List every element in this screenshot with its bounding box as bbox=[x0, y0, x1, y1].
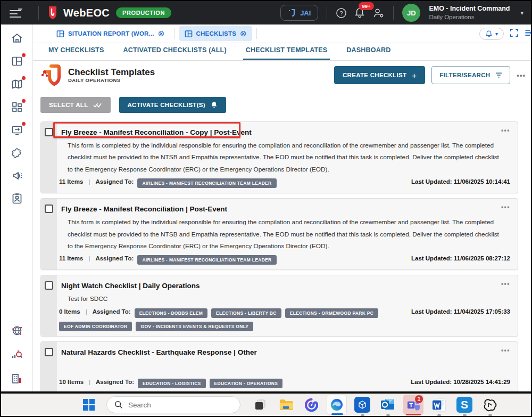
juvare-logo-icon bbox=[47, 6, 58, 20]
subtab-dashboard[interactable]: DASHBOARD bbox=[344, 46, 393, 60]
item-count: 0 Items bbox=[59, 308, 80, 315]
windows-taskbar: 1 S bbox=[1, 391, 531, 416]
user-avatar[interactable]: JD bbox=[402, 4, 420, 22]
assignment-badge: EOF ADMIN COORDINATOR bbox=[59, 322, 132, 331]
organization-icon[interactable] bbox=[11, 372, 23, 385]
activate-checklists-button[interactable]: ACTIVATE CHECKLIST(S) bbox=[119, 97, 226, 113]
incident-group: Daily Operations bbox=[429, 13, 510, 21]
start-button[interactable] bbox=[79, 395, 99, 415]
file-explorer-button[interactable] bbox=[276, 395, 296, 415]
create-checklist-button[interactable]: CREATE CHECKLIST + bbox=[334, 66, 425, 84]
running-indicator bbox=[361, 414, 364, 416]
search-input[interactable] bbox=[128, 401, 219, 409]
last-updated: Last Updated: 11/04/2025 17:05:33 bbox=[411, 308, 510, 315]
bell-icon bbox=[485, 30, 493, 38]
plugins-icon[interactable] bbox=[11, 146, 23, 159]
assignment-badge: EDUCATION - LOGISTICS bbox=[138, 379, 206, 388]
running-indicator bbox=[386, 414, 390, 416]
template-title: Fly Breeze - Manifest Reconciliation | P… bbox=[59, 203, 227, 214]
top-bar: WebEOC PRODUCTION JAI ? 99+ JD bbox=[1, 1, 531, 24]
divider: | bbox=[84, 308, 89, 315]
jai-icon bbox=[288, 9, 296, 17]
menu-icon[interactable] bbox=[10, 8, 21, 18]
boards-icon[interactable] bbox=[11, 55, 23, 68]
notification-count-badge: 99+ bbox=[359, 2, 373, 10]
divider: | bbox=[87, 255, 92, 261]
maps-icon[interactable] bbox=[11, 78, 23, 91]
template-description bbox=[68, 359, 505, 375]
close-tab-icon[interactable]: ⊗ bbox=[240, 29, 247, 38]
assigned-to-label: Assigned To: bbox=[96, 379, 134, 385]
assigned-to-label: Assigned To: bbox=[93, 308, 131, 315]
exercise-globe-icon[interactable] bbox=[11, 324, 23, 337]
announcements-icon[interactable] bbox=[11, 169, 23, 182]
template-card: Natural Hazards Checklist - Earthquake R… bbox=[40, 341, 518, 391]
board-list-icon[interactable] bbox=[525, 29, 531, 39]
outlook-button[interactable] bbox=[378, 395, 398, 415]
task-view-button[interactable] bbox=[250, 395, 270, 415]
templates-list: SELECT ALL ACTIVATE CHECKLIST(S) Fly Br bbox=[33, 89, 531, 391]
header-overflow-menu[interactable]: ••• bbox=[517, 71, 526, 79]
assignment-badge: ELECTIONS - DOBBS ELEM bbox=[135, 308, 207, 318]
edge-browser-button[interactable] bbox=[327, 395, 347, 415]
template-checkbox[interactable] bbox=[45, 205, 53, 213]
divider: | bbox=[87, 178, 92, 185]
fullscreen-icon[interactable] bbox=[510, 29, 518, 39]
user-context[interactable]: EMO - Incident Command Daily Operations bbox=[429, 5, 510, 21]
word-button[interactable] bbox=[429, 395, 449, 415]
chatgpt-button[interactable] bbox=[480, 395, 500, 415]
contacts-icon[interactable] bbox=[11, 192, 23, 205]
last-updated: Last Updated: 11/06/2025 10:14:41 bbox=[411, 178, 510, 185]
tab-checklists[interactable]: CHECKLISTS ⊗ bbox=[179, 26, 252, 41]
filter-search-button[interactable]: FILTER/SEARCH bbox=[431, 66, 510, 84]
tab-label: SITUATION REPORT (WOR... bbox=[68, 30, 154, 37]
snagit-button[interactable]: S bbox=[454, 395, 475, 415]
card-overflow-menu[interactable]: ••• bbox=[501, 203, 510, 211]
template-checkbox[interactable] bbox=[45, 348, 53, 356]
select-all-label: SELECT ALL bbox=[49, 102, 88, 108]
assigned-to-label: Assigned To: bbox=[95, 178, 134, 185]
assigned-to-label: Assigned To: bbox=[95, 255, 134, 261]
active-indicator bbox=[406, 414, 421, 415]
environment-badge: PRODUCTION bbox=[116, 7, 171, 18]
incident-name: EMO - Incident Command bbox=[429, 5, 510, 13]
assignment-badge: ELECTIONS - ORMEWOOD PARK PC bbox=[285, 308, 378, 318]
subtab-activated-checklists[interactable]: ACTIVATED CHECKLISTS (ALL) bbox=[120, 46, 229, 60]
close-tab-icon[interactable]: ⊗ bbox=[158, 29, 165, 38]
caret-down-icon: ▾ bbox=[495, 31, 498, 37]
select-all-button[interactable]: SELECT ALL bbox=[40, 97, 111, 113]
tab-notifications-dropdown[interactable]: ▾ bbox=[479, 28, 504, 40]
card-overflow-menu[interactable]: ••• bbox=[501, 280, 510, 288]
notifications-button[interactable]: 99+ bbox=[354, 7, 365, 19]
jai-button[interactable]: JAI bbox=[280, 5, 318, 21]
board-icon bbox=[56, 30, 64, 38]
search-icon bbox=[114, 400, 123, 409]
user-menu-caret-icon[interactable]: ▾ bbox=[520, 10, 523, 17]
app-cube-button[interactable] bbox=[352, 395, 372, 415]
template-checkbox[interactable] bbox=[45, 281, 53, 290]
search-analytics-icon[interactable] bbox=[11, 348, 23, 361]
filter-search-label: FILTER/SEARCH bbox=[439, 72, 490, 78]
display-icon[interactable] bbox=[11, 124, 23, 136]
divider bbox=[174, 28, 175, 39]
apps-icon[interactable] bbox=[11, 101, 23, 113]
user-admin-button[interactable] bbox=[372, 7, 385, 19]
subtab-checklist-templates[interactable]: CHECKLIST TEMPLATES bbox=[243, 46, 330, 60]
assignment-badge: AIRLINES - MANIFEST RECONCILIATION TEAM … bbox=[137, 255, 276, 265]
help-button[interactable]: ? bbox=[336, 7, 347, 19]
card-overflow-menu[interactable]: ••• bbox=[501, 347, 510, 354]
template-description: This form is completed by the individual… bbox=[68, 140, 505, 175]
card-overflow-menu[interactable]: ••• bbox=[501, 127, 510, 134]
taskbar-search[interactable] bbox=[106, 396, 240, 413]
microsoft-365-button[interactable] bbox=[301, 395, 321, 415]
home-icon[interactable] bbox=[11, 32, 23, 45]
teams-button[interactable]: 1 bbox=[403, 395, 423, 415]
subtab-my-checklists[interactable]: MY CHECKLISTS bbox=[46, 46, 106, 60]
template-title: Night Watch Checklist | Daily Operations bbox=[59, 280, 200, 291]
tab-situation-report[interactable]: SITUATION REPORT (WOR... ⊗ bbox=[51, 26, 170, 41]
last-updated: Last Updated: 10/28/2025 14:41:29 bbox=[411, 379, 510, 385]
card-gutter bbox=[41, 122, 57, 193]
apps-notification-dot bbox=[22, 99, 26, 103]
display-notification-dot bbox=[22, 122, 26, 126]
template-checkbox[interactable] bbox=[45, 128, 53, 136]
